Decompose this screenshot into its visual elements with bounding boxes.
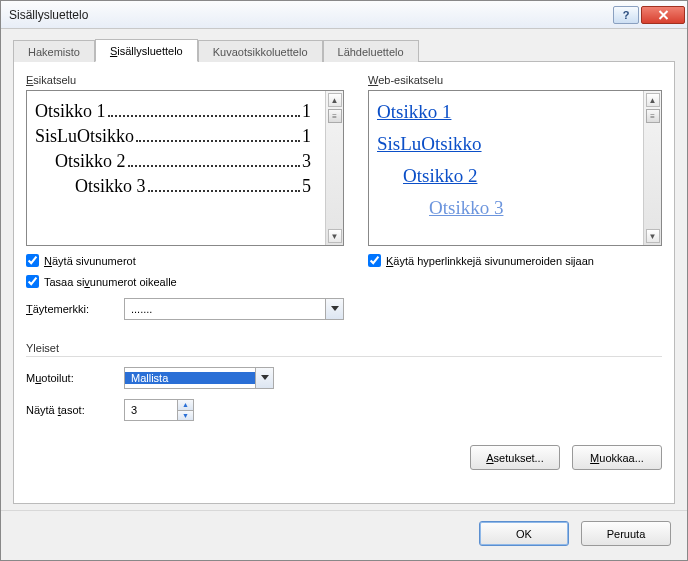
help-button[interactable]: ?: [613, 6, 639, 24]
leader-dots: [128, 151, 300, 167]
tab-sisallysluettelo[interactable]: Sisällysluettelo: [95, 39, 198, 62]
formats-value: Mallista: [125, 372, 255, 384]
leader-dropdown[interactable]: .......: [124, 298, 344, 320]
show-levels-row: Näytä tasot: 3 ▲ ▼: [26, 399, 662, 421]
print-preview-label: Esikatselu: [26, 74, 344, 86]
show-page-numbers-label: Näytä sivunumerot: [44, 255, 136, 267]
show-page-numbers-row: Näytä sivunumerot: [26, 254, 344, 267]
dropdown-arrow-icon[interactable]: [325, 299, 343, 319]
content-area: Hakemisto Sisällysluettelo Kuvaotsikkolu…: [1, 29, 687, 510]
print-preview: Otsikko 11 SisLuOtsikko1 Otsikko 23 Otsi…: [26, 90, 344, 246]
web-preview-column: Web-esikatselu Otsikko 1 SisLuOtsikko Ot…: [368, 74, 662, 320]
close-button[interactable]: [641, 6, 685, 24]
web-link[interactable]: Otsikko 1: [377, 101, 629, 123]
web-preview-inner: Otsikko 1 SisLuOtsikko Otsikko 2 Otsikko…: [369, 91, 643, 245]
tab-lahdeluettelo[interactable]: Lähdeluettelo: [323, 40, 419, 62]
toc-row: Otsikko 11: [35, 101, 311, 122]
scroll-grip-icon[interactable]: ≡: [328, 109, 342, 123]
modify-button[interactable]: Muokkaa...: [572, 445, 662, 470]
preview-scrollbar[interactable]: ▲ ≡ ▼: [643, 91, 661, 245]
spinner-up-icon[interactable]: ▲: [178, 400, 193, 410]
toc-row: SisLuOtsikko1: [35, 126, 311, 147]
dropdown-arrow-icon[interactable]: [255, 368, 273, 388]
leader-dots: [136, 126, 300, 142]
ok-button[interactable]: OK: [479, 521, 569, 546]
show-levels-spinner[interactable]: 3 ▲ ▼: [124, 399, 194, 421]
web-preview: Otsikko 1 SisLuOtsikko Otsikko 2 Otsikko…: [368, 90, 662, 246]
print-preview-inner: Otsikko 11 SisLuOtsikko1 Otsikko 23 Otsi…: [27, 91, 325, 245]
hyperlinks-checkbox[interactable]: [368, 254, 381, 267]
web-link[interactable]: Otsikko 2: [377, 165, 629, 187]
spinner-down-icon[interactable]: ▼: [178, 410, 193, 421]
scroll-up-icon[interactable]: ▲: [328, 93, 342, 107]
toc-row: Otsikko 35: [35, 176, 311, 197]
align-page-numbers-label: Tasaa sivunumerot oikealle: [44, 276, 177, 288]
help-icon: ?: [623, 9, 630, 21]
show-levels-label: Näytä tasot:: [26, 404, 116, 416]
formats-row: Muotoilut: Mallista: [26, 367, 662, 389]
close-icon: [658, 10, 669, 20]
scroll-down-icon[interactable]: ▼: [328, 229, 342, 243]
leader-dots: [108, 101, 300, 117]
tabpanel: Esikatselu Otsikko 11 SisLuOtsikko1 Otsi…: [13, 62, 675, 504]
show-levels-value: 3: [125, 404, 177, 416]
panel-buttons: Asetukset... Muokkaa...: [26, 445, 662, 470]
web-link[interactable]: SisLuOtsikko: [377, 133, 629, 155]
preview-scrollbar[interactable]: ▲ ≡ ▼: [325, 91, 343, 245]
align-page-numbers-checkbox[interactable]: [26, 275, 39, 288]
web-preview-label: Web-esikatselu: [368, 74, 662, 86]
scroll-up-icon[interactable]: ▲: [646, 93, 660, 107]
formats-dropdown[interactable]: Mallista: [124, 367, 274, 389]
show-page-numbers-checkbox[interactable]: [26, 254, 39, 267]
scroll-grip-icon[interactable]: ≡: [646, 109, 660, 123]
leader-dots: [148, 176, 300, 192]
options-button[interactable]: Asetukset...: [470, 445, 560, 470]
titlebar: Sisällysluettelo ?: [1, 1, 687, 29]
window-title: Sisällysluettelo: [9, 8, 611, 22]
hyperlinks-row: Käytä hyperlinkkejä sivunumeroiden sijaa…: [368, 254, 662, 267]
leader-row: Täytemerkki: .......: [26, 298, 344, 320]
dialog: Sisällysluettelo ? Hakemisto Sisällyslue…: [0, 0, 688, 561]
dialog-footer: OK Peruuta: [1, 510, 687, 560]
toc-row: Otsikko 23: [35, 151, 311, 172]
scroll-down-icon[interactable]: ▼: [646, 229, 660, 243]
web-link[interactable]: Otsikko 3: [377, 197, 629, 219]
preview-columns: Esikatselu Otsikko 11 SisLuOtsikko1 Otsi…: [26, 74, 662, 320]
leader-label: Täytemerkki:: [26, 303, 116, 315]
hyperlinks-label: Käytä hyperlinkkejä sivunumeroiden sijaa…: [386, 255, 594, 267]
general-group-label: Yleiset: [26, 342, 662, 357]
cancel-button[interactable]: Peruuta: [581, 521, 671, 546]
formats-label: Muotoilut:: [26, 372, 116, 384]
tab-kuvaotsikkoluettelo[interactable]: Kuvaotsikkoluettelo: [198, 40, 323, 62]
print-preview-column: Esikatselu Otsikko 11 SisLuOtsikko1 Otsi…: [26, 74, 344, 320]
align-page-numbers-row: Tasaa sivunumerot oikealle: [26, 275, 344, 288]
tabs: Hakemisto Sisällysluettelo Kuvaotsikkolu…: [13, 37, 675, 62]
leader-value: .......: [125, 303, 325, 315]
tab-hakemisto[interactable]: Hakemisto: [13, 40, 95, 62]
